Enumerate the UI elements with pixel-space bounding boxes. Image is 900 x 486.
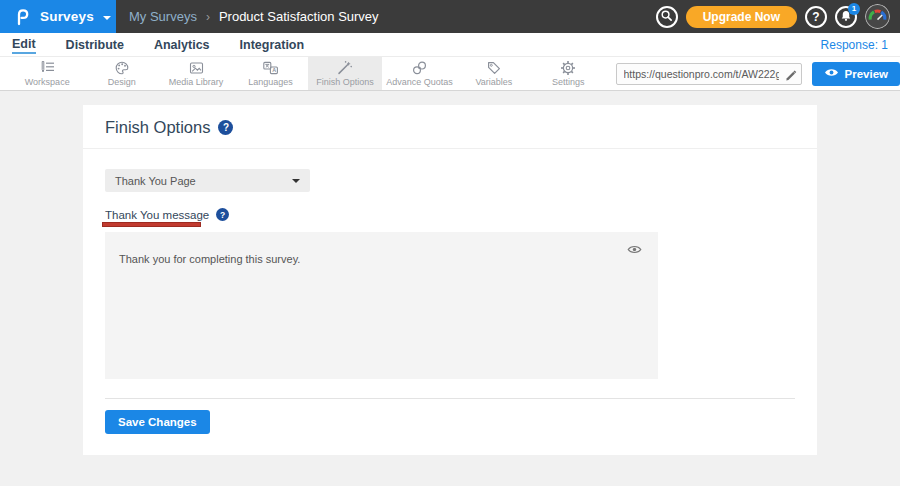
- tab-edit[interactable]: Edit: [12, 35, 36, 54]
- main-content: Finish Options ? Thank You Page Thank Yo…: [0, 91, 900, 486]
- survey-url-input[interactable]: [616, 63, 802, 85]
- questionpro-logo-icon: [14, 8, 31, 26]
- question-mark-icon: ?: [812, 10, 819, 24]
- toolbar-tab-finish-options[interactable]: Finish Options: [308, 57, 382, 90]
- breadcrumb-separator-icon: ›: [206, 10, 210, 24]
- tab-analytics[interactable]: Analytics: [154, 36, 210, 53]
- divider: [105, 398, 795, 399]
- toolbar-tab-workspace[interactable]: Workspace: [10, 57, 84, 90]
- thank-you-message-label: Thank You message: [105, 209, 209, 221]
- caret-down-icon: [292, 179, 300, 183]
- svg-text:A: A: [272, 67, 276, 73]
- magic-wand-icon: [336, 60, 353, 76]
- page-title: Finish Options: [105, 118, 210, 137]
- upgrade-now-button[interactable]: Upgrade Now: [686, 6, 797, 28]
- breadcrumb: My Surveys › Product Satisfaction Survey: [129, 9, 379, 24]
- help-button[interactable]: ?: [805, 6, 827, 28]
- tab-distribute[interactable]: Distribute: [66, 36, 124, 53]
- product-menu-label: Surveys: [40, 9, 94, 24]
- topbar-actions: Upgrade Now ? 1: [656, 4, 900, 29]
- thank-you-message-editor[interactable]: Thank you for completing this survey.: [105, 232, 658, 379]
- preview-button-label: Preview: [845, 68, 888, 80]
- toolbar-tab-media-library[interactable]: Media Library: [159, 57, 233, 90]
- finish-type-select[interactable]: Thank You Page: [105, 169, 310, 192]
- topbar: Surveys My Surveys › Product Satisfactio…: [0, 0, 900, 33]
- response-count[interactable]: Response: 1: [821, 38, 888, 52]
- tab-integration[interactable]: Integration: [240, 36, 305, 53]
- finish-options-card: Finish Options ? Thank You Page Thank Yo…: [83, 105, 817, 455]
- media-library-icon: [188, 60, 205, 76]
- toolbar-tab-languages[interactable]: A Languages: [233, 57, 307, 90]
- toolbar-tab-label: Settings: [552, 77, 585, 87]
- thank-you-message-text: Thank you for completing this survey.: [119, 253, 300, 265]
- finish-type-value: Thank You Page: [115, 175, 196, 187]
- workspace-icon: [39, 60, 56, 76]
- toolbar-tab-label: Finish Options: [316, 77, 374, 87]
- notifications-button[interactable]: 1: [835, 6, 857, 28]
- gear-icon: [560, 60, 576, 76]
- toolbar-tab-variables[interactable]: Variables: [457, 57, 531, 90]
- questionpro-app: Surveys My Surveys › Product Satisfactio…: [0, 0, 900, 486]
- search-button[interactable]: [656, 6, 678, 28]
- caret-down-icon: [103, 16, 111, 20]
- notification-badge: 1: [848, 3, 860, 15]
- design-palette-icon: [114, 60, 130, 76]
- chain-links-icon: [411, 60, 428, 76]
- card-header: Finish Options ?: [83, 105, 817, 149]
- finish-options-help-icon[interactable]: ?: [218, 120, 233, 135]
- preview-button[interactable]: Preview: [812, 62, 900, 86]
- breadcrumb-my-surveys[interactable]: My Surveys: [129, 9, 197, 24]
- toolbar-tab-label: Variables: [475, 77, 512, 87]
- languages-icon: A: [262, 60, 279, 76]
- toolbar-tab-design[interactable]: Design: [84, 57, 158, 90]
- toolbar-tab-label: Media Library: [169, 77, 224, 87]
- user-avatar[interactable]: [865, 4, 890, 29]
- toolbar-tab-label: Languages: [248, 77, 293, 87]
- breadcrumb-survey-title: Product Satisfaction Survey: [219, 9, 379, 24]
- toolbar-tab-advance-quotas[interactable]: Advance Quotas: [382, 57, 456, 90]
- toolbar-tab-label: Workspace: [25, 77, 70, 87]
- tag-icon: [486, 60, 502, 76]
- save-changes-button[interactable]: Save Changes: [105, 410, 210, 434]
- annotation-underline: [102, 222, 201, 227]
- survey-section-nav: Edit Distribute Analytics Integration Re…: [0, 33, 900, 57]
- thank-you-message-help-icon[interactable]: ?: [216, 208, 229, 221]
- profile-gauge-avatar-icon: [865, 4, 890, 29]
- message-preview-eye-icon[interactable]: [627, 241, 642, 259]
- toolbar-tab-settings[interactable]: Settings: [531, 57, 605, 90]
- pencil-icon[interactable]: [784, 67, 797, 85]
- thank-you-message-label-row: Thank You message ?: [105, 208, 229, 221]
- toolbar-tab-label: Design: [108, 77, 136, 87]
- surveys-product-menu[interactable]: Surveys: [0, 0, 116, 33]
- survey-url-wrap: [616, 63, 802, 85]
- search-icon: [660, 9, 673, 25]
- edit-toolbar: Workspace Design: [0, 57, 900, 91]
- toolbar-tab-label: Advance Quotas: [386, 77, 453, 87]
- eye-icon: [824, 67, 839, 80]
